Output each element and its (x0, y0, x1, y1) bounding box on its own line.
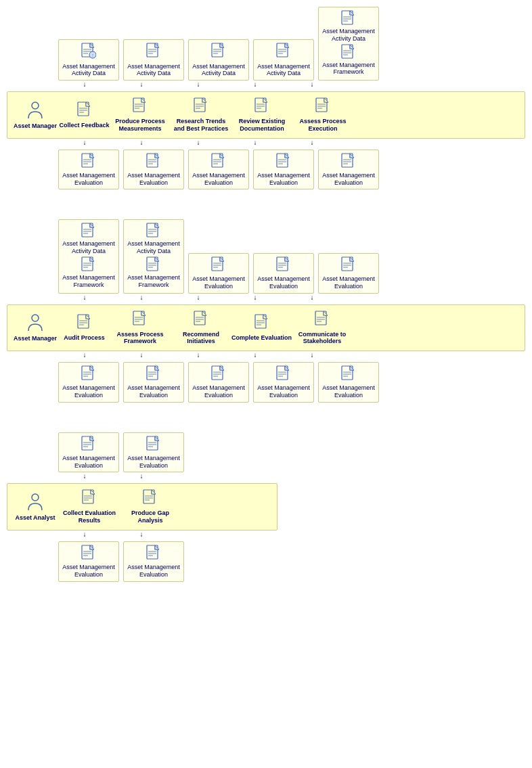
arrow-down-s1-1: ↓ (58, 139, 111, 150)
eval-label: Asset Management Evaluation (127, 564, 181, 579)
actor-label: Asset Manager (14, 335, 57, 342)
data-box: Asset Management Evaluation (188, 253, 249, 294)
activity-label: Recommend Initiatives (171, 331, 231, 346)
arrow-s3-out-1: ↓ (58, 530, 111, 541)
doc-entry: Asset Management Framework (62, 256, 116, 289)
swimlane-1: Asset Manager Collect Feedback Produce P… (7, 91, 525, 139)
data-box: Asset Management Activity Data (123, 39, 184, 81)
eval-box-s1-1: Asset Management Evaluation (58, 150, 119, 190)
s2-top-col3: Asset Management Evaluation (188, 253, 249, 294)
activity-collect-eval[interactable]: Collect Evaluation Results (59, 489, 120, 524)
eval-box-s2-1: Asset Management Evaluation (58, 362, 119, 403)
data-box: Asset Management Evaluation (318, 253, 379, 294)
arrow-down-s1-2: ↓ (115, 139, 168, 150)
s2-multi1-label1: Asset Management Activity Data (62, 240, 116, 255)
arrow-5: ↓ (286, 81, 338, 91)
activity-label: Assess Process Execution (292, 118, 353, 133)
arrow-s3-out-2: ↓ (115, 530, 168, 541)
activity-icon (143, 489, 158, 508)
activity-complete-eval[interactable]: Complete Evaluation (231, 314, 292, 342)
s2-top-col2: Asset Management Activity Data Asset Man… (123, 219, 184, 293)
doc-entry-1: Asset Management Activity Data (322, 10, 376, 43)
data-box: Asset Management Activity Data (253, 39, 314, 81)
eval-box-s2-2: Asset Management Evaluation (123, 362, 184, 403)
activity-review-docs[interactable]: Review Existing Documentation (231, 97, 292, 133)
eval-label: Asset Management Evaluation (62, 384, 116, 399)
actor-asset-analyst: Asset Analyst (12, 493, 59, 521)
s3-top-col1: Asset Management Evaluation (58, 432, 119, 473)
arrow-s2-3: ↓ (172, 294, 225, 304)
multi-doc-box: Asset Management Activity Data Asset Man… (318, 7, 379, 81)
s2-top-col1: Asset Management Activity Data Asset Man… (58, 219, 119, 293)
arrow-s3-1: ↓ (58, 472, 111, 483)
col-2-top: Asset Management Activity Data (123, 39, 184, 81)
activity-icon (133, 97, 148, 116)
doc-entry: Asset Management Activity Data (127, 223, 181, 255)
swimlane-3: Asset Analyst Collect Evaluation Results… (7, 483, 278, 530)
eval-label: Asset Management Evaluation (322, 172, 376, 187)
doc-entry: Asset Management Framework (127, 256, 181, 289)
eval-label: Asset Management Evaluation (192, 384, 246, 399)
eval-box-s2-5: Asset Management Evaluation (318, 362, 379, 403)
data-box: ↑ Asset Management Activity Data (58, 39, 119, 81)
activity-recommend[interactable]: Recommend Initiatives (171, 311, 231, 346)
arrow-s2-out-2: ↓ (115, 351, 168, 362)
activity-communicate[interactable]: Communicate to Stakeholders (292, 311, 353, 346)
section-3: Asset Management Evaluation Asset Manage… (7, 432, 525, 582)
s2-multi1-label2: Asset Management Framework (62, 274, 116, 289)
activity-produce-gap[interactable]: Produce Gap Analysis (120, 489, 181, 524)
activity-icon (82, 489, 97, 508)
section-2: Asset Management Activity Data Asset Man… (7, 219, 525, 402)
diagram: ↑ Asset Management Activity Data Asset M… (0, 0, 532, 602)
swimlane-2: Asset Manager Audit Process Assess Proce… (7, 304, 525, 352)
activity-label: Communicate to Stakeholders (292, 331, 353, 346)
person-icon (27, 101, 43, 121)
arrow-s2-out-3: ↓ (172, 351, 225, 362)
activity-icon (77, 101, 92, 120)
activity-label: Produce Gap Analysis (120, 510, 181, 524)
box-label: Asset Management Evaluation (62, 455, 116, 470)
arrow-1: ↓ (58, 81, 111, 91)
activity-icon (133, 311, 148, 330)
activity-icon (254, 97, 269, 116)
eval-box-s2-3: Asset Management Evaluation (188, 362, 249, 403)
arrow-s2-2: ↓ (115, 294, 168, 304)
activity-label: Review Existing Documentation (231, 118, 292, 133)
multi-doc-box: Asset Management Activity Data Asset Man… (58, 219, 119, 293)
activity-icon (77, 314, 92, 333)
box-label: Asset Management Activity Data (192, 63, 246, 78)
box-label: Asset Management Activity Data (62, 63, 116, 78)
activity-collect-feedback[interactable]: Collect Feedback (59, 101, 110, 129)
arrow-down-s1-3: ↓ (172, 139, 225, 150)
activity-audit[interactable]: Audit Process (59, 314, 110, 342)
activity-icon (194, 311, 208, 330)
arrow-s2-1: ↓ (58, 294, 111, 304)
eval-box-s1-4: Asset Management Evaluation (253, 150, 314, 190)
box-label: Asset Management Activity Data (127, 63, 181, 78)
activity-label: Collect Evaluation Results (59, 510, 120, 524)
person-icon (27, 493, 43, 513)
arrow-down-s1-5: ↓ (286, 139, 338, 150)
eval-box-s2-4: Asset Management Evaluation (253, 362, 314, 403)
s2-top-col4: Asset Management Evaluation (253, 253, 314, 294)
arrow-s2-out-4: ↓ (229, 351, 282, 362)
multi-label-2: Asset Management Framework (322, 62, 376, 76)
doc-entry-2: Asset Management Framework (322, 44, 376, 76)
activity-research-trends[interactable]: Research Trends and Best Practices (171, 97, 231, 133)
activity-produce-process[interactable]: Produce Process Measurements (110, 97, 171, 133)
box-label: Asset Management Evaluation (257, 275, 311, 290)
activity-label: Produce Process Measurements (110, 118, 171, 133)
doc-entry: Asset Management Activity Data (62, 223, 116, 255)
s3-top-col2: Asset Management Evaluation (123, 432, 184, 473)
eval-label: Asset Management Evaluation (62, 172, 116, 187)
col-3-top: Asset Management Activity Data (188, 39, 249, 81)
eval-box-s3-2: Asset Management Evaluation (123, 541, 184, 582)
multi-doc-box: Asset Management Activity Data Asset Man… (123, 219, 184, 293)
activity-assess-process[interactable]: Assess Process Execution (292, 97, 353, 133)
activity-label: Research Trends and Best Practices (171, 118, 231, 133)
eval-label: Asset Management Evaluation (257, 384, 311, 399)
activity-assess-framework[interactable]: Assess Process Framework (110, 311, 171, 346)
doc-icon (146, 43, 161, 60)
svg-point-32 (32, 102, 39, 109)
multi-label-1: Asset Management Activity Data (322, 28, 376, 43)
